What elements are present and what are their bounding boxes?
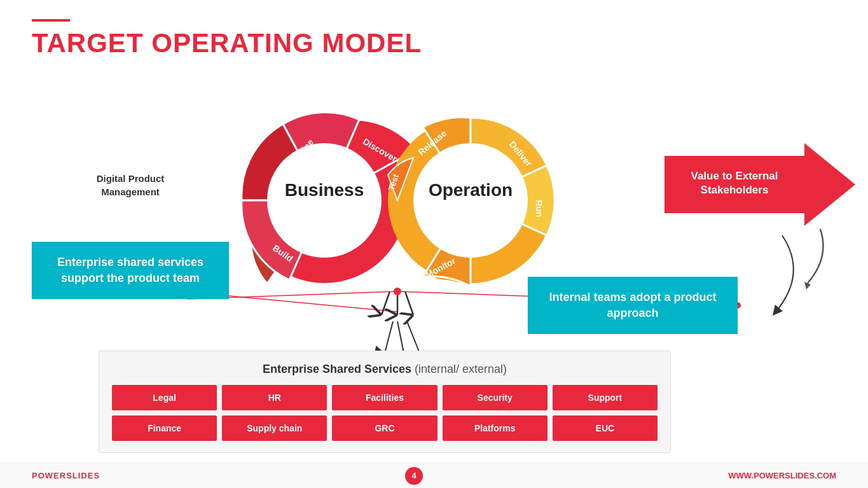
header-accent-line [32, 19, 70, 22]
service-grc: GRC [332, 415, 437, 441]
svg-text:Business: Business [285, 180, 364, 200]
shared-services-title: Enterprise Shared Services (internal/ ex… [112, 363, 658, 376]
title-black: TARGET OPERATING [32, 28, 322, 58]
service-platforms: Platforms [443, 415, 548, 441]
service-facilities: Facilities [332, 385, 437, 410]
title-red: MODEL [322, 28, 422, 58]
svg-text:Stakeholders: Stakeholders [701, 184, 769, 196]
svg-text:Value to External: Value to External [691, 170, 778, 182]
footer-brand-red: SLIDES [66, 471, 100, 480]
service-finance: Finance [112, 415, 217, 441]
service-hr: HR [222, 385, 327, 410]
footer: POWERSLIDES 4 WWW.POWERSLIDES.COM [0, 463, 868, 488]
services-grid: Legal HR Facilities Security Support Fin… [112, 385, 658, 441]
service-legal: Legal [112, 385, 217, 410]
page-number: 4 [405, 467, 423, 485]
header: TARGET OPERATING MODEL [32, 19, 422, 59]
shared-services-section: Enterprise Shared Services (internal/ ex… [99, 351, 671, 453]
ess-callout-box: Enterprise shared services support the p… [32, 242, 229, 299]
dpm-label: Digital ProductManagement [89, 172, 172, 199]
footer-brand: POWERSLIDES [32, 471, 100, 480]
service-security: Security [443, 385, 548, 410]
svg-text:Operation: Operation [429, 180, 513, 200]
svg-line-40 [405, 291, 413, 315]
svg-point-36 [413, 143, 528, 258]
svg-point-28 [267, 143, 382, 258]
page-title: TARGET OPERATING MODEL [32, 28, 422, 59]
service-euc: EUC [553, 415, 658, 441]
ess-box-text: Enterprise shared services support the p… [57, 256, 203, 284]
footer-brand-black: POWER [32, 471, 66, 480]
footer-website: WWW.POWERSLIDES.COM [728, 471, 836, 480]
internal-box-text: Internal teams adopt a product approach [549, 291, 716, 319]
service-supply-chain: Supply chain [222, 415, 327, 441]
svg-line-38 [382, 291, 390, 315]
service-support: Support [553, 385, 658, 410]
internal-teams-box: Internal teams adopt a product approach [528, 277, 738, 334]
svg-text:Run: Run [534, 200, 545, 218]
shared-services-subtitle: (internal/ external) [411, 363, 507, 375]
